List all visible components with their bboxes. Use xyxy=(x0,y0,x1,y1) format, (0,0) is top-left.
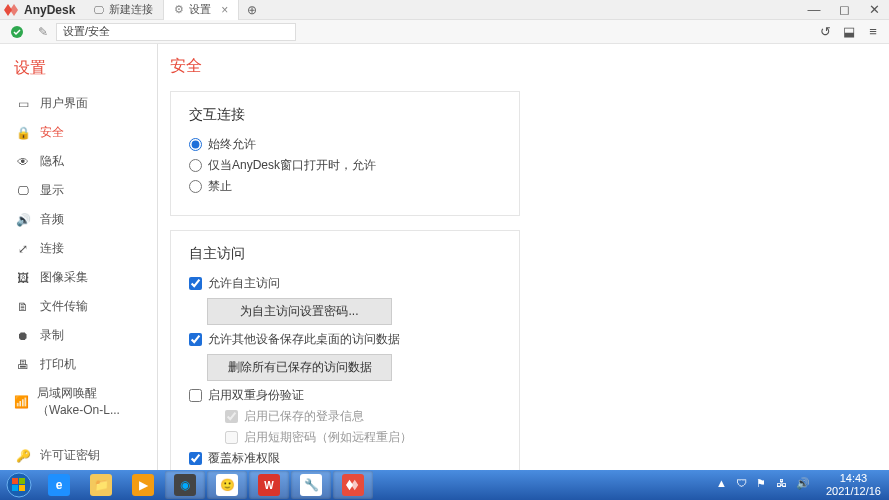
tray-shield-icon[interactable]: 🛡 xyxy=(736,477,752,493)
status-ok-icon xyxy=(8,23,26,41)
maximize-button[interactable]: ◻ xyxy=(829,2,859,17)
sidebar-item-security[interactable]: 🔒安全 xyxy=(0,118,157,147)
radio-label: 仅当AnyDesk窗口打开时，允许 xyxy=(208,157,376,174)
sidebar-item-label: 文件传输 xyxy=(40,298,88,315)
btn-set-password[interactable]: 为自主访问设置密码... xyxy=(207,298,392,325)
btn-delete-saved[interactable]: 删除所有已保存的访问数据 xyxy=(207,354,392,381)
page-title: 安全 xyxy=(170,56,889,77)
breadcrumb-box[interactable]: 设置/安全 xyxy=(56,23,296,41)
radio-always-allow[interactable]: 始终允许 xyxy=(189,136,501,153)
chk-override-permissions[interactable]: 覆盖标准权限 xyxy=(189,450,501,467)
breadcrumb: 设置/安全 xyxy=(63,24,110,39)
display-icon: 🖵 xyxy=(14,184,32,198)
chk-allow-save-access[interactable]: 允许其他设备保存此桌面的访问数据 xyxy=(189,331,501,348)
eye-icon: 👁 xyxy=(14,155,32,169)
checkbox-label: 启用双重身份验证 xyxy=(208,387,304,404)
taskbar-ie[interactable]: e xyxy=(39,471,79,499)
sidebar-item-display[interactable]: 🖵显示 xyxy=(0,176,157,205)
tray-flag-icon[interactable]: ⚑ xyxy=(756,477,772,493)
checkbox-input[interactable] xyxy=(189,389,202,402)
close-tab-icon[interactable]: × xyxy=(221,3,228,17)
sidebar-item-capture[interactable]: 🖼图像采集 xyxy=(0,263,157,292)
address-bar: ✎ 设置/安全 ↺ ⬓ ≡ xyxy=(0,20,889,44)
checkbox-input[interactable] xyxy=(189,452,202,465)
taskbar-app1[interactable]: 🙂 xyxy=(207,471,247,499)
checkbox-input[interactable] xyxy=(225,431,238,444)
sidebar-item-label: 局域网唤醒（Wake-On-L... xyxy=(37,385,143,419)
sidebar-item-ui[interactable]: ▭用户界面 xyxy=(0,89,157,118)
sidebar-item-privacy[interactable]: 👁隐私 xyxy=(0,147,157,176)
titlebar: AnyDesk 🖵 新建连接 ⚙ 设置 × ⊕ ― ◻ ✕ xyxy=(0,0,889,20)
lock-icon: 🔒 xyxy=(14,126,32,140)
radio-forbid[interactable]: 禁止 xyxy=(189,178,501,195)
chk-saved-login[interactable]: 启用已保存的登录信息 xyxy=(225,408,501,425)
sidebar: 设置 ▭用户界面 🔒安全 👁隐私 🖵显示 🔊音频 ⤢连接 🖼图像采集 🗎文件传输… xyxy=(0,44,158,470)
sidebar-item-license[interactable]: 🔑许可证密钥 xyxy=(0,441,157,470)
key-icon: 🔑 xyxy=(14,449,32,463)
checkbox-label: 启用短期密码（例如远程重启） xyxy=(244,429,412,446)
radio-input[interactable] xyxy=(189,180,202,193)
radio-label: 禁止 xyxy=(208,178,232,195)
taskbar-app2[interactable]: 🔧 xyxy=(291,471,331,499)
radio-window-open[interactable]: 仅当AnyDesk窗口打开时，允许 xyxy=(189,157,501,174)
radio-label: 始终允许 xyxy=(208,136,256,153)
close-window-button[interactable]: ✕ xyxy=(859,2,889,17)
checkbox-input[interactable] xyxy=(225,410,238,423)
taskbar-wps[interactable]: W xyxy=(249,471,289,499)
sidebar-item-label: 安全 xyxy=(40,124,64,141)
tab-label: 新建连接 xyxy=(109,2,153,17)
chk-short-password[interactable]: 启用短期密码（例如远程重启） xyxy=(225,429,501,446)
tray-up-icon[interactable]: ▲ xyxy=(716,477,732,493)
chk-2fa[interactable]: 启用双重身份验证 xyxy=(189,387,501,404)
sidebar-item-label: 许可证密钥 xyxy=(40,447,100,464)
checkbox-label: 允许其他设备保存此桌面的访问数据 xyxy=(208,331,400,348)
speaker-icon: 🔊 xyxy=(14,213,32,227)
gear-icon: ⚙ xyxy=(174,3,184,16)
menu-icon[interactable]: ≡ xyxy=(861,24,885,39)
history-icon[interactable]: ↺ xyxy=(813,24,837,39)
sidebar-item-label: 录制 xyxy=(40,327,64,344)
checkbox-label: 覆盖标准权限 xyxy=(208,450,280,467)
sidebar-item-connection[interactable]: ⤢连接 xyxy=(0,234,157,263)
tab-label: 设置 xyxy=(189,2,211,17)
card-interactive-connection: 交互连接 始终允许 仅当AnyDesk窗口打开时，允许 禁止 xyxy=(170,91,520,216)
sidebar-item-audio[interactable]: 🔊音频 xyxy=(0,205,157,234)
new-tab-button[interactable]: ⊕ xyxy=(239,3,265,17)
sidebar-item-filetransfer[interactable]: 🗎文件传输 xyxy=(0,292,157,321)
sidebar-item-record[interactable]: ⏺录制 xyxy=(0,321,157,350)
tray-volume-icon[interactable]: 🔊 xyxy=(796,477,812,493)
radio-input[interactable] xyxy=(189,138,202,151)
checkbox-input[interactable] xyxy=(189,333,202,346)
taskbar-browser[interactable]: ◉ xyxy=(165,471,205,499)
taskbar-explorer[interactable]: 📁 xyxy=(81,471,121,499)
checkbox-label: 启用已保存的登录信息 xyxy=(244,408,364,425)
tab-new-connection[interactable]: 🖵 新建连接 xyxy=(83,0,164,20)
sidebar-item-label: 音频 xyxy=(40,211,64,228)
clock-time: 14:43 xyxy=(826,472,881,485)
svg-rect-4 xyxy=(12,485,18,491)
svg-rect-5 xyxy=(19,485,25,491)
sidebar-item-printer[interactable]: 🖶打印机 xyxy=(0,350,157,379)
card-title: 交互连接 xyxy=(189,106,501,124)
radio-input[interactable] xyxy=(189,159,202,172)
sidebar-item-wol[interactable]: 📶局域网唤醒（Wake-On-L... xyxy=(0,379,157,425)
taskbar-anydesk[interactable] xyxy=(333,471,373,499)
tray-network-icon[interactable]: 🖧 xyxy=(776,477,792,493)
start-button[interactable] xyxy=(0,470,38,500)
taskbar-clock[interactable]: 14:43 2021/12/16 xyxy=(818,472,889,498)
taskbar-media[interactable]: ▶ xyxy=(123,471,163,499)
taskbar: e 📁 ▶ ◉ 🙂 W 🔧 ▲ 🛡 ⚑ 🖧 🔊 14:43 2021/12/16 xyxy=(0,470,889,500)
system-tray[interactable]: ▲ 🛡 ⚑ 🖧 🔊 xyxy=(710,477,818,493)
record-icon: ⏺ xyxy=(14,329,32,343)
chk-allow-unattended[interactable]: 允许自主访问 xyxy=(189,275,501,292)
tab-settings[interactable]: ⚙ 设置 × xyxy=(164,0,239,20)
content: 安全 交互连接 始终允许 仅当AnyDesk窗口打开时，允许 禁止 自主访问 允… xyxy=(158,44,889,470)
wand-icon[interactable]: ✎ xyxy=(34,23,52,41)
sidebar-item-label: 连接 xyxy=(40,240,64,257)
printer-icon: 🖶 xyxy=(14,358,32,372)
connection-icon: ⤢ xyxy=(14,242,32,256)
download-icon[interactable]: ⬓ xyxy=(837,24,861,39)
minimize-button[interactable]: ― xyxy=(799,2,829,17)
svg-rect-2 xyxy=(12,478,18,484)
checkbox-input[interactable] xyxy=(189,277,202,290)
